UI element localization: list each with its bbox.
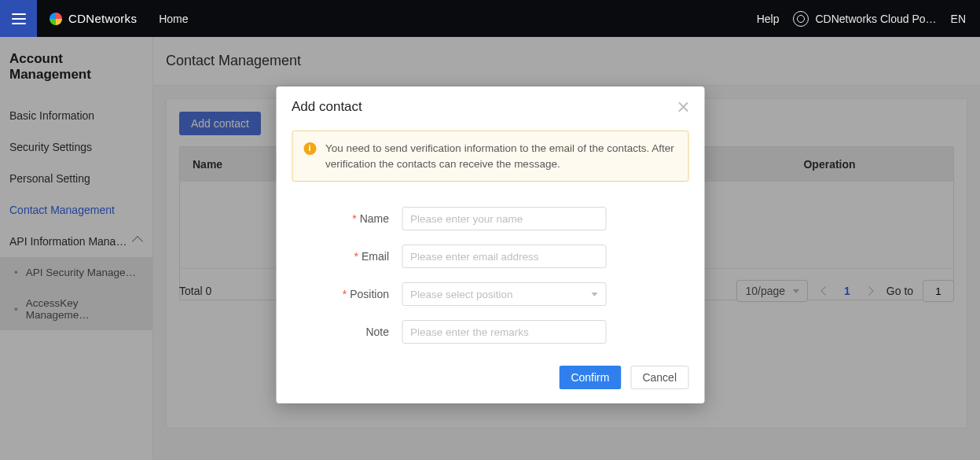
name-input[interactable] (402, 207, 606, 230)
label-note: Note (292, 326, 402, 338)
brand[interactable]: CDNetworks (50, 12, 137, 25)
brand-logo-icon (50, 13, 62, 25)
modal-alert: i You need to send verification informat… (292, 131, 688, 182)
cancel-button[interactable]: Cancel (630, 366, 688, 389)
position-select[interactable]: Please select position (402, 282, 606, 306)
label-position: *Position (292, 288, 402, 300)
nav-right: Help CDNetworks Cloud Po… EN (757, 11, 980, 27)
caret-down-icon (591, 293, 597, 296)
top-nav: CDNetworks Home Help CDNetworks Cloud Po… (0, 0, 980, 37)
confirm-button[interactable]: Confirm (559, 366, 621, 389)
nav-user[interactable]: CDNetworks Cloud Po… (793, 11, 936, 27)
avatar-icon (793, 11, 809, 27)
menu-toggle[interactable] (0, 0, 37, 37)
brand-text: CDNetworks (68, 12, 137, 25)
modal-title: Add contact (292, 99, 362, 115)
hamburger-icon (12, 13, 26, 24)
nav-user-name: CDNetworks Cloud Po… (815, 13, 936, 25)
info-icon: i (303, 142, 316, 155)
nav-help[interactable]: Help (757, 13, 780, 25)
close-icon[interactable] (677, 101, 688, 112)
label-text: Position (350, 288, 389, 300)
position-placeholder: Please select position (410, 289, 513, 300)
email-input[interactable] (402, 245, 606, 268)
nav-lang[interactable]: EN (951, 13, 966, 25)
label-name: *Name (292, 212, 402, 225)
modal-alert-text: You need to send verification informatio… (325, 141, 677, 171)
label-email: *Email (292, 250, 402, 263)
add-contact-form: *Name *Email *Position Please select pos… (276, 188, 704, 359)
label-text: Note (365, 326, 389, 338)
nav-home[interactable]: Home (159, 13, 188, 25)
note-input[interactable] (402, 320, 606, 344)
label-text: Email (362, 250, 389, 263)
add-contact-modal: Add contact i You need to send verificat… (276, 86, 704, 403)
label-text: Name (360, 212, 389, 225)
